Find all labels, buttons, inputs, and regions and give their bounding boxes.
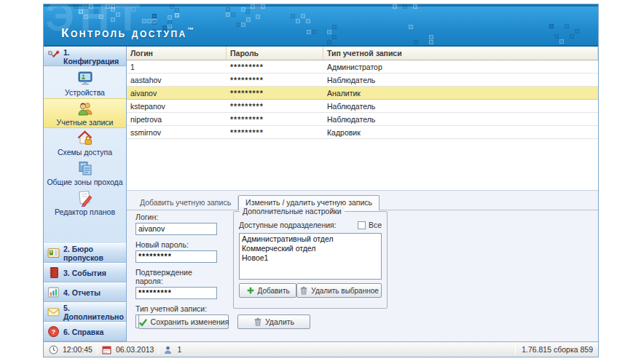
- save-changes-label: Сохранить изменения: [151, 317, 229, 326]
- sidebar-item-label: Устройства: [65, 88, 105, 97]
- configuration-submenu: Устройства Учетные записи Схемы доступа: [44, 66, 126, 243]
- edit-tabs: Добавить учетную запись Изменить / удали…: [127, 191, 598, 210]
- app-title-text: Контроль доступа: [61, 26, 187, 40]
- plan-editor-icon: [76, 189, 94, 207]
- app-header: ЭНТ Контроль доступа™: [44, 4, 598, 47]
- delete-account-button[interactable]: Удалить: [237, 314, 310, 329]
- house-lock-icon: [76, 130, 94, 147]
- sidebar-item-plan-editor[interactable]: Редактор планов: [44, 188, 126, 218]
- table-row[interactable]: 1 ********* Администратор: [127, 60, 598, 74]
- confirm-password-label: Подтверждение пароля:: [135, 268, 221, 285]
- sidebar-item-help[interactable]: ? 6. Справка: [44, 322, 126, 341]
- clock-icon: [49, 345, 58, 355]
- cell-password: *********: [227, 128, 323, 137]
- sidebar-item-label: Общие зоны прохода: [47, 178, 122, 186]
- table-row[interactable]: kstepanov ********* Наблюдатель: [127, 100, 598, 113]
- cell-password: *********: [227, 115, 323, 124]
- sidebar-item-reports[interactable]: 4. Отчеты: [44, 282, 126, 302]
- monitor-icon: [76, 70, 94, 87]
- sidebar-item-label: Учетные записи: [57, 118, 114, 127]
- cell-password: *********: [227, 89, 323, 98]
- login-field[interactable]: aivanov: [135, 223, 217, 235]
- column-header-password[interactable]: Пароль: [227, 47, 323, 60]
- table-row[interactable]: nipetrova ********* Наблюдатель: [127, 113, 598, 126]
- cell-login: aastahov: [127, 76, 227, 84]
- login-label: Логин:: [135, 213, 221, 221]
- status-user-count: 1: [177, 345, 181, 354]
- app-title: Контроль доступа™: [61, 26, 194, 41]
- plus-icon: [246, 286, 255, 295]
- cell-password: *********: [227, 63, 323, 71]
- chart-icon: [47, 286, 60, 298]
- sidebar-item-additional[interactable]: 5. Дополнительно: [44, 302, 126, 322]
- table-row[interactable]: aastahov ********* Наблюдатель: [127, 74, 598, 87]
- cell-account-type: Наблюдатель: [323, 102, 598, 111]
- sidebar-item-events[interactable]: 3. События: [44, 263, 126, 282]
- column-header-account-type[interactable]: Тип учетной записи: [323, 47, 598, 60]
- add-department-button[interactable]: Добавить: [239, 283, 296, 298]
- new-password-field[interactable]: *********: [135, 250, 217, 263]
- sidebar-section-label: 1. Конфигурация: [63, 48, 124, 66]
- cell-account-type: Кадровик: [323, 128, 598, 137]
- departments-label: Доступные подразделения:: [239, 221, 337, 229]
- save-changes-button[interactable]: Сохранить изменения: [138, 314, 229, 329]
- add-department-label: Добавить: [258, 287, 290, 295]
- calendar-icon: [102, 345, 111, 355]
- list-item[interactable]: Административный отдел: [242, 234, 379, 244]
- all-checkbox-label: Все: [369, 221, 382, 229]
- status-divider: [158, 345, 159, 355]
- cell-account-type: Наблюдатель: [323, 115, 598, 124]
- user-icon: [163, 345, 173, 355]
- remove-selected-button[interactable]: Удалить выбранное: [296, 283, 382, 298]
- status-date: 06.03.2013: [116, 345, 154, 354]
- departments-listbox[interactable]: Административный отдел Коммерческий отде…: [239, 233, 382, 280]
- cell-account-type: Аналитик: [323, 89, 598, 98]
- zones-icon: [76, 159, 94, 177]
- status-bar: 12:00:45 06.03.2013 1 1.76.815 сборка 85…: [44, 341, 598, 357]
- sidebar-item-accounts[interactable]: Учетные записи: [44, 98, 126, 128]
- sidebar-section-label: 2. Бюро пропусков: [63, 245, 124, 262]
- sidebar: 1. Конфигурация Устройства Учетные запис…: [44, 47, 127, 341]
- account-edit-panel: Добавить учетную запись Изменить / удали…: [127, 190, 598, 341]
- check-icon: [138, 317, 148, 327]
- badge-icon: [47, 247, 60, 259]
- cell-login: 1: [127, 63, 227, 71]
- cell-account-type: Администратор: [323, 63, 598, 71]
- tools-icon: [47, 50, 60, 63]
- account-type-label: Тип учетной записи:: [135, 304, 221, 313]
- delete-account-label: Удалить: [265, 317, 294, 326]
- new-password-label: Новый пароль:: [135, 240, 221, 249]
- trash-icon: [253, 317, 262, 326]
- table-header-row: Логин Пароль Тип учетной записи: [127, 47, 598, 60]
- sidebar-item-pass-office[interactable]: 2. Бюро пропусков: [44, 243, 126, 263]
- table-row[interactable]: ssmirnov ********* Кадровик: [127, 126, 598, 139]
- trash-icon: [299, 286, 308, 295]
- tab-add-account[interactable]: Добавить учетную запись: [133, 195, 238, 210]
- all-checkbox[interactable]: [358, 221, 366, 229]
- status-version: 1.76.815 сборка 859: [522, 345, 593, 354]
- column-header-login[interactable]: Логин: [127, 47, 227, 60]
- list-item[interactable]: Новое1: [242, 253, 379, 263]
- sidebar-section-label: 4. Отчеты: [63, 288, 101, 297]
- app-body: 1. Конфигурация Устройства Учетные запис…: [44, 47, 598, 341]
- departments-buttons: Добавить Удалить выбранное: [234, 280, 387, 298]
- cell-password: *********: [227, 102, 323, 111]
- sidebar-item-access-schemes[interactable]: Схемы доступа: [44, 128, 126, 158]
- cell-account-type: Наблюдатель: [323, 76, 598, 84]
- accounts-table: Логин Пароль Тип учетной записи 1 ******…: [127, 47, 598, 190]
- trademark-mark: ™: [187, 26, 194, 33]
- cell-login: aivanov: [127, 89, 227, 98]
- table-row-selected[interactable]: aivanov ********* Аналитик: [127, 87, 598, 100]
- sidebar-item-label: Редактор планов: [55, 207, 115, 216]
- account-form: Логин: aivanov Новый пароль: ********* П…: [135, 213, 221, 328]
- sidebar-item-common-zones[interactable]: Общие зоны прохода: [44, 158, 126, 188]
- remove-selected-label: Удалить выбранное: [311, 287, 378, 295]
- cell-password: *********: [227, 76, 323, 84]
- list-item[interactable]: Коммерческий отдел: [242, 244, 379, 253]
- confirm-password-field[interactable]: *********: [135, 287, 217, 299]
- sidebar-section-label: 3. События: [63, 269, 106, 277]
- sidebar-item-devices[interactable]: Устройства: [44, 68, 126, 98]
- screen: ЭНТ Контроль доступа™ 1. Конфигурация: [0, 0, 641, 364]
- sidebar-item-configuration[interactable]: 1. Конфигурация: [44, 47, 126, 66]
- all-checkbox-wrap[interactable]: Все: [358, 221, 382, 229]
